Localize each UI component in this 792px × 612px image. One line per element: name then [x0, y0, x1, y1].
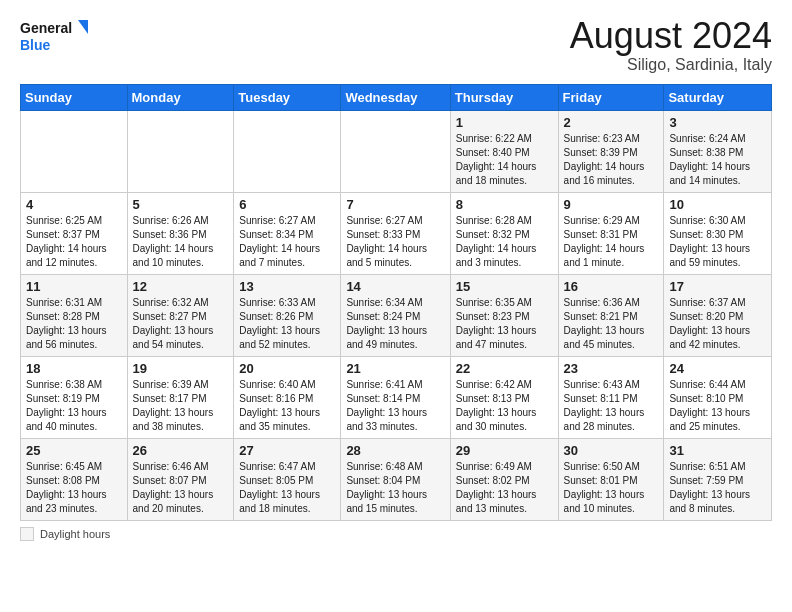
day-info: Sunrise: 6:38 AM Sunset: 8:19 PM Dayligh… [26, 378, 122, 434]
day-number: 31 [669, 443, 766, 458]
weekday-header: Saturday [664, 84, 772, 110]
day-number: 22 [456, 361, 553, 376]
calendar-week-row: 4Sunrise: 6:25 AM Sunset: 8:37 PM Daylig… [21, 192, 772, 274]
calendar-week-row: 11Sunrise: 6:31 AM Sunset: 8:28 PM Dayli… [21, 274, 772, 356]
day-info: Sunrise: 6:41 AM Sunset: 8:14 PM Dayligh… [346, 378, 444, 434]
day-number: 10 [669, 197, 766, 212]
calendar-cell [21, 110, 128, 192]
calendar-cell: 15Sunrise: 6:35 AM Sunset: 8:23 PM Dayli… [450, 274, 558, 356]
page: General Blue August 2024 Siligo, Sardini… [0, 0, 792, 612]
day-info: Sunrise: 6:33 AM Sunset: 8:26 PM Dayligh… [239, 296, 335, 352]
day-info: Sunrise: 6:37 AM Sunset: 8:20 PM Dayligh… [669, 296, 766, 352]
weekday-header: Monday [127, 84, 234, 110]
day-number: 11 [26, 279, 122, 294]
calendar-cell: 31Sunrise: 6:51 AM Sunset: 7:59 PM Dayli… [664, 438, 772, 520]
day-info: Sunrise: 6:44 AM Sunset: 8:10 PM Dayligh… [669, 378, 766, 434]
calendar-cell: 29Sunrise: 6:49 AM Sunset: 8:02 PM Dayli… [450, 438, 558, 520]
calendar-cell: 25Sunrise: 6:45 AM Sunset: 8:08 PM Dayli… [21, 438, 128, 520]
day-info: Sunrise: 6:39 AM Sunset: 8:17 PM Dayligh… [133, 378, 229, 434]
calendar-cell: 16Sunrise: 6:36 AM Sunset: 8:21 PM Dayli… [558, 274, 664, 356]
day-number: 30 [564, 443, 659, 458]
day-number: 26 [133, 443, 229, 458]
calendar-cell: 3Sunrise: 6:24 AM Sunset: 8:38 PM Daylig… [664, 110, 772, 192]
location: Siligo, Sardinia, Italy [570, 56, 772, 74]
day-info: Sunrise: 6:36 AM Sunset: 8:21 PM Dayligh… [564, 296, 659, 352]
calendar-cell: 9Sunrise: 6:29 AM Sunset: 8:31 PM Daylig… [558, 192, 664, 274]
calendar-cell: 8Sunrise: 6:28 AM Sunset: 8:32 PM Daylig… [450, 192, 558, 274]
day-number: 2 [564, 115, 659, 130]
day-info: Sunrise: 6:31 AM Sunset: 8:28 PM Dayligh… [26, 296, 122, 352]
legend-box [20, 527, 34, 541]
calendar-cell: 10Sunrise: 6:30 AM Sunset: 8:30 PM Dayli… [664, 192, 772, 274]
day-info: Sunrise: 6:27 AM Sunset: 8:34 PM Dayligh… [239, 214, 335, 270]
day-info: Sunrise: 6:25 AM Sunset: 8:37 PM Dayligh… [26, 214, 122, 270]
legend-label: Daylight hours [40, 528, 110, 540]
calendar-cell: 23Sunrise: 6:43 AM Sunset: 8:11 PM Dayli… [558, 356, 664, 438]
day-number: 8 [456, 197, 553, 212]
header: General Blue August 2024 Siligo, Sardini… [20, 16, 772, 74]
svg-marker-2 [78, 20, 88, 34]
day-number: 17 [669, 279, 766, 294]
day-number: 6 [239, 197, 335, 212]
calendar-week-row: 1Sunrise: 6:22 AM Sunset: 8:40 PM Daylig… [21, 110, 772, 192]
day-info: Sunrise: 6:34 AM Sunset: 8:24 PM Dayligh… [346, 296, 444, 352]
calendar-cell [127, 110, 234, 192]
day-number: 19 [133, 361, 229, 376]
day-number: 23 [564, 361, 659, 376]
day-number: 12 [133, 279, 229, 294]
day-number: 28 [346, 443, 444, 458]
calendar-week-row: 25Sunrise: 6:45 AM Sunset: 8:08 PM Dayli… [21, 438, 772, 520]
day-info: Sunrise: 6:27 AM Sunset: 8:33 PM Dayligh… [346, 214, 444, 270]
calendar-cell: 17Sunrise: 6:37 AM Sunset: 8:20 PM Dayli… [664, 274, 772, 356]
calendar-cell: 14Sunrise: 6:34 AM Sunset: 8:24 PM Dayli… [341, 274, 450, 356]
calendar-cell: 4Sunrise: 6:25 AM Sunset: 8:37 PM Daylig… [21, 192, 128, 274]
calendar-cell [234, 110, 341, 192]
day-info: Sunrise: 6:47 AM Sunset: 8:05 PM Dayligh… [239, 460, 335, 516]
weekday-header: Wednesday [341, 84, 450, 110]
logo: General Blue [20, 16, 90, 56]
weekday-header-row: SundayMondayTuesdayWednesdayThursdayFrid… [21, 84, 772, 110]
calendar-cell: 1Sunrise: 6:22 AM Sunset: 8:40 PM Daylig… [450, 110, 558, 192]
day-info: Sunrise: 6:26 AM Sunset: 8:36 PM Dayligh… [133, 214, 229, 270]
calendar-cell: 5Sunrise: 6:26 AM Sunset: 8:36 PM Daylig… [127, 192, 234, 274]
calendar-cell: 20Sunrise: 6:40 AM Sunset: 8:16 PM Dayli… [234, 356, 341, 438]
calendar-cell: 28Sunrise: 6:48 AM Sunset: 8:04 PM Dayli… [341, 438, 450, 520]
day-info: Sunrise: 6:28 AM Sunset: 8:32 PM Dayligh… [456, 214, 553, 270]
day-number: 25 [26, 443, 122, 458]
calendar-cell: 26Sunrise: 6:46 AM Sunset: 8:07 PM Dayli… [127, 438, 234, 520]
day-number: 7 [346, 197, 444, 212]
calendar-cell: 19Sunrise: 6:39 AM Sunset: 8:17 PM Dayli… [127, 356, 234, 438]
calendar-week-row: 18Sunrise: 6:38 AM Sunset: 8:19 PM Dayli… [21, 356, 772, 438]
day-info: Sunrise: 6:46 AM Sunset: 8:07 PM Dayligh… [133, 460, 229, 516]
svg-text:General: General [20, 20, 72, 36]
day-number: 13 [239, 279, 335, 294]
month-year: August 2024 [570, 16, 772, 56]
day-number: 1 [456, 115, 553, 130]
day-info: Sunrise: 6:24 AM Sunset: 8:38 PM Dayligh… [669, 132, 766, 188]
day-info: Sunrise: 6:32 AM Sunset: 8:27 PM Dayligh… [133, 296, 229, 352]
calendar-cell: 21Sunrise: 6:41 AM Sunset: 8:14 PM Dayli… [341, 356, 450, 438]
calendar-cell: 30Sunrise: 6:50 AM Sunset: 8:01 PM Dayli… [558, 438, 664, 520]
day-info: Sunrise: 6:30 AM Sunset: 8:30 PM Dayligh… [669, 214, 766, 270]
day-number: 15 [456, 279, 553, 294]
calendar-cell: 2Sunrise: 6:23 AM Sunset: 8:39 PM Daylig… [558, 110, 664, 192]
calendar-cell: 18Sunrise: 6:38 AM Sunset: 8:19 PM Dayli… [21, 356, 128, 438]
day-number: 9 [564, 197, 659, 212]
day-number: 16 [564, 279, 659, 294]
title-block: August 2024 Siligo, Sardinia, Italy [570, 16, 772, 74]
day-info: Sunrise: 6:51 AM Sunset: 7:59 PM Dayligh… [669, 460, 766, 516]
calendar-cell: 22Sunrise: 6:42 AM Sunset: 8:13 PM Dayli… [450, 356, 558, 438]
calendar-cell: 27Sunrise: 6:47 AM Sunset: 8:05 PM Dayli… [234, 438, 341, 520]
day-info: Sunrise: 6:22 AM Sunset: 8:40 PM Dayligh… [456, 132, 553, 188]
calendar-cell: 12Sunrise: 6:32 AM Sunset: 8:27 PM Dayli… [127, 274, 234, 356]
day-info: Sunrise: 6:42 AM Sunset: 8:13 PM Dayligh… [456, 378, 553, 434]
day-info: Sunrise: 6:35 AM Sunset: 8:23 PM Dayligh… [456, 296, 553, 352]
weekday-header: Thursday [450, 84, 558, 110]
day-number: 3 [669, 115, 766, 130]
day-info: Sunrise: 6:49 AM Sunset: 8:02 PM Dayligh… [456, 460, 553, 516]
svg-text:Blue: Blue [20, 37, 51, 53]
calendar: SundayMondayTuesdayWednesdayThursdayFrid… [20, 84, 772, 521]
calendar-cell: 6Sunrise: 6:27 AM Sunset: 8:34 PM Daylig… [234, 192, 341, 274]
day-number: 5 [133, 197, 229, 212]
calendar-cell: 11Sunrise: 6:31 AM Sunset: 8:28 PM Dayli… [21, 274, 128, 356]
